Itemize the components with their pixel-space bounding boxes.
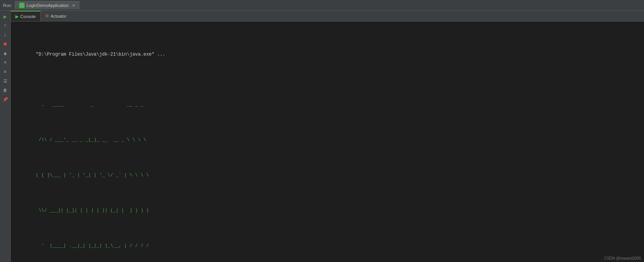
spring-ascii-line4-row: \\/ ___)| |_)| | | | | || (_| | ) ) ) )	[14, 200, 641, 221]
java-path-line: "D:\Program Files\Java\jdk-21\bin\java.e…	[14, 44, 641, 65]
spring-ascii-art: . ____ _ __ _ _	[14, 94, 641, 116]
console-output[interactable]: "D:\Program Files\Java\jdk-21\bin\java.e…	[11, 21, 644, 262]
trash-button[interactable]: 🗑	[1, 86, 10, 94]
scroll-up-button[interactable]: ↑	[1, 21, 10, 30]
spring-ascii-line1: . ____ _ __ _ _	[36, 102, 144, 107]
tab-actuator[interactable]: ⚙ Actuator	[41, 11, 71, 21]
spring-ascii-line4: \\/ ___)| |_)| | | | | || (_| | ) ) ) )	[36, 208, 149, 213]
tab-console[interactable]: ▶ Console	[11, 11, 41, 21]
filter-button[interactable]: ☰	[1, 77, 10, 85]
top-bar: Run: LoginDemoApplication ✕	[0, 0, 644, 11]
console-icon: ▶	[15, 14, 19, 19]
screenshot-button[interactable]: ◉	[1, 49, 10, 58]
tab-close-icon[interactable]: ✕	[72, 3, 75, 8]
spring-ascii-line2: /\\ / ___'_ __ _ _(_)_ __ __ _ \ \ \ \	[36, 137, 146, 143]
wrap-button[interactable]: ≡	[1, 58, 10, 67]
scroll-down-button[interactable]: ↓	[1, 31, 10, 39]
tab-run-icon	[19, 3, 25, 8]
spring-ascii-line5-row: ' |____| .__|_| |_|_| |_\__, | / / / /	[14, 235, 641, 257]
tab-name: LoginDemoApplication	[26, 3, 69, 8]
rerun-button[interactable]: ▶	[1, 12, 10, 21]
spring-ascii-line5: ' |____| .__|_| |_|_| |_\__, | / / / /	[36, 243, 149, 249]
application-tab[interactable]: LoginDemoApplication ✕	[15, 1, 79, 9]
java-path-text: "D:\Program Files\Java\jdk-21\bin\java.e…	[36, 52, 165, 57]
stop-button[interactable]: ■	[1, 40, 10, 48]
spring-ascii-line3: ( ( )\___ | '_ | '_| | '_ \/ _` | \ \ \ …	[36, 173, 149, 178]
main-layout: ▶ ↑ ↓ ■ ◉ ≡ ⚙ ☰ 🗑 📌 ▶ Console ⚙ Actuator…	[0, 11, 644, 262]
settings-button[interactable]: ⚙	[1, 68, 10, 76]
actuator-icon: ⚙	[45, 13, 49, 18]
sidebar: ▶ ↑ ↓ ■ ◉ ≡ ⚙ ☰ 🗑 📌	[0, 11, 11, 262]
spring-ascii-line2-row: /\\ / ___'_ __ _ _(_)_ __ __ _ \ \ \ \	[14, 130, 641, 151]
console-area: ▶ Console ⚙ Actuator "D:\Program Files\J…	[11, 11, 644, 262]
actuator-tab-label: Actuator	[51, 14, 66, 18]
pin-button[interactable]: 📌	[1, 95, 10, 104]
tab-bar: ▶ Console ⚙ Actuator	[11, 11, 644, 21]
spring-ascii-line3-row: ( ( )\___ | '_ | '_| | '_ \/ _` | \ \ \ …	[14, 165, 641, 186]
watermark: CSDN @howard2005	[604, 256, 641, 260]
console-tab-label: Console	[20, 14, 36, 19]
run-label: Run:	[3, 3, 12, 8]
